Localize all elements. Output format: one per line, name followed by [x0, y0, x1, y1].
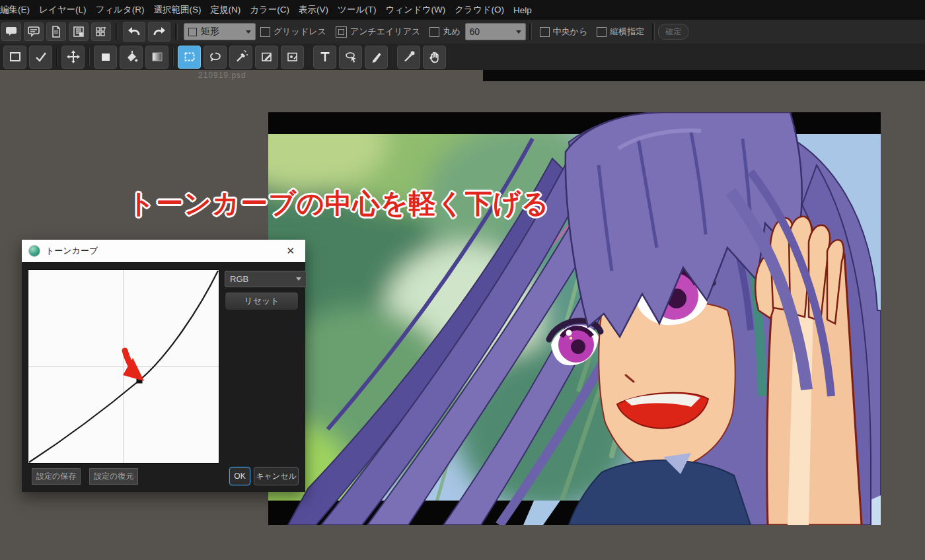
- rounding-checkbox[interactable]: 丸め: [429, 26, 460, 38]
- palette-chat-button[interactable]: [1, 22, 21, 41]
- edit-pen-square-icon: [260, 50, 274, 63]
- menu-cloud[interactable]: クラウド(O): [450, 4, 509, 16]
- confirm-label: 確定: [665, 26, 681, 38]
- tool-subtool-lasso-button[interactable]: [339, 46, 362, 69]
- tool-bar: [0, 44, 925, 70]
- text-icon: [318, 50, 332, 63]
- object-edit-icon: [286, 50, 299, 63]
- close-icon[interactable]: ✕: [282, 245, 299, 257]
- tone-curve-plot[interactable]: [28, 269, 219, 464]
- menu-tool[interactable]: ツール(T): [333, 4, 381, 16]
- menu-layer[interactable]: レイヤー(L): [34, 4, 91, 16]
- save-settings-label: 設定の保存: [36, 471, 76, 482]
- separator: [175, 23, 178, 40]
- from-center-label: 中央から: [553, 26, 588, 38]
- menu-bar: 編集(E) レイヤー(L) フィルタ(R) 選択範囲(S) 定規(N) カラー(…: [0, 0, 925, 20]
- chevron-down-icon: [516, 30, 521, 34]
- menu-edit[interactable]: 編集(E): [0, 4, 34, 16]
- separator: [392, 48, 393, 66]
- from-center-checkbox[interactable]: 中央から: [540, 26, 588, 38]
- channel-value: RGB: [230, 274, 248, 284]
- checkbox-icon: [260, 27, 270, 37]
- tool-hand-button[interactable]: [423, 46, 446, 69]
- magic-wand-icon: [235, 50, 248, 63]
- rectangle-icon: [188, 28, 197, 36]
- menu-window[interactable]: ウィンドウ(W): [381, 4, 450, 16]
- document-tab-strip: [483, 70, 925, 81]
- hand-icon: [428, 50, 441, 63]
- tone-curve-dialog: トーンカーブ ✕ RGB リセット 設定の保存: [22, 240, 305, 492]
- checkbox-icon: [597, 27, 607, 37]
- antialias-icon: [336, 26, 347, 38]
- tutorial-caption: トーンカーブの中心を軽く下げる: [128, 186, 550, 222]
- cancel-button[interactable]: キャンセル: [254, 467, 299, 485]
- tool-edit-square-button[interactable]: [255, 46, 278, 69]
- rounding-value-field[interactable]: 60: [465, 23, 526, 40]
- reset-label: リセット: [244, 295, 279, 307]
- document-icon: [50, 25, 63, 38]
- tool-fill-square-button[interactable]: [94, 46, 117, 69]
- gridless-label: グリッドレス: [274, 26, 326, 38]
- tool-lasso-button[interactable]: [204, 46, 227, 69]
- canvas-document[interactable]: [268, 112, 881, 525]
- tool-bucket-button[interactable]: [120, 46, 143, 69]
- tool-eyedropper-button[interactable]: [397, 46, 420, 69]
- separator: [89, 48, 90, 66]
- redo-icon: [152, 26, 166, 38]
- tool-rect-marquee-button[interactable]: [178, 46, 201, 69]
- tool-move-button[interactable]: [61, 46, 85, 69]
- save-settings-button[interactable]: 設定の保存: [32, 468, 81, 485]
- layer-list-icon: [72, 25, 85, 38]
- palette-document-button[interactable]: [46, 22, 66, 41]
- ok-label: OK: [234, 472, 245, 481]
- aspect-checkbox[interactable]: 縦横指定: [597, 26, 644, 38]
- gridless-checkbox[interactable]: グリッドレス: [260, 26, 326, 38]
- checkmark-icon: [34, 50, 48, 63]
- dialog-title: トーンカーブ: [46, 245, 98, 257]
- menu-view[interactable]: 表示(V): [294, 4, 333, 16]
- filled-square-icon: [99, 50, 112, 63]
- cancel-label: キャンセル: [256, 471, 296, 482]
- reset-button[interactable]: リセット: [225, 292, 299, 310]
- palette-grid-button[interactable]: [91, 22, 111, 41]
- tool-text-button[interactable]: [313, 46, 336, 69]
- tool-property-bar: 矩形 グリッドレス アンチエイリアス 丸め 60 中央から 縦横指定 確定: [0, 20, 925, 44]
- redo-button[interactable]: [148, 22, 170, 42]
- dialog-title-bar: トーンカーブ ✕: [22, 240, 305, 262]
- antialias-checkbox[interactable]: アンチエイリアス: [336, 26, 420, 38]
- tool-object-square-button[interactable]: [281, 46, 304, 69]
- ok-button[interactable]: OK: [229, 467, 250, 485]
- app-icon: [28, 245, 40, 257]
- rounding-value: 60: [470, 26, 480, 37]
- undo-icon: [127, 26, 141, 38]
- menu-color[interactable]: カラー(C): [245, 4, 294, 16]
- speech-bubble-lines-icon: [27, 25, 40, 38]
- menu-ruler[interactable]: 定規(N): [205, 4, 245, 16]
- tool-check-button[interactable]: [29, 46, 52, 69]
- shape-select-dropdown[interactable]: 矩形: [184, 23, 256, 40]
- restore-settings-button[interactable]: 設定の復元: [89, 468, 138, 485]
- speech-bubble-icon: [5, 25, 18, 38]
- tool-gradient-button[interactable]: [145, 46, 168, 69]
- pen-icon: [370, 50, 383, 63]
- shape-select-value: 矩形: [201, 26, 219, 38]
- aspect-label: 縦横指定: [610, 26, 644, 38]
- palette-layers-button[interactable]: [69, 22, 89, 41]
- separator: [172, 48, 174, 66]
- menu-filter[interactable]: フィルタ(R): [91, 4, 149, 16]
- menu-help[interactable]: Help: [509, 5, 536, 15]
- undo-button[interactable]: [123, 22, 145, 42]
- rect-outline-icon: [9, 50, 22, 63]
- tool-magic-wand-button[interactable]: [229, 46, 252, 69]
- menu-select[interactable]: 選択範囲(S): [149, 4, 205, 16]
- separator: [56, 48, 57, 66]
- channel-dropdown[interactable]: RGB: [225, 271, 307, 287]
- confirm-button[interactable]: 確定: [658, 24, 688, 40]
- paint-bucket-icon: [125, 50, 138, 63]
- separator: [652, 23, 655, 40]
- palette-comment-button[interactable]: [24, 22, 44, 41]
- tool-pen-button[interactable]: [365, 46, 388, 69]
- antialias-label: アンチエイリアス: [350, 26, 420, 38]
- tool-rect-outline-button[interactable]: [3, 46, 26, 69]
- checkbox-icon: [540, 27, 550, 37]
